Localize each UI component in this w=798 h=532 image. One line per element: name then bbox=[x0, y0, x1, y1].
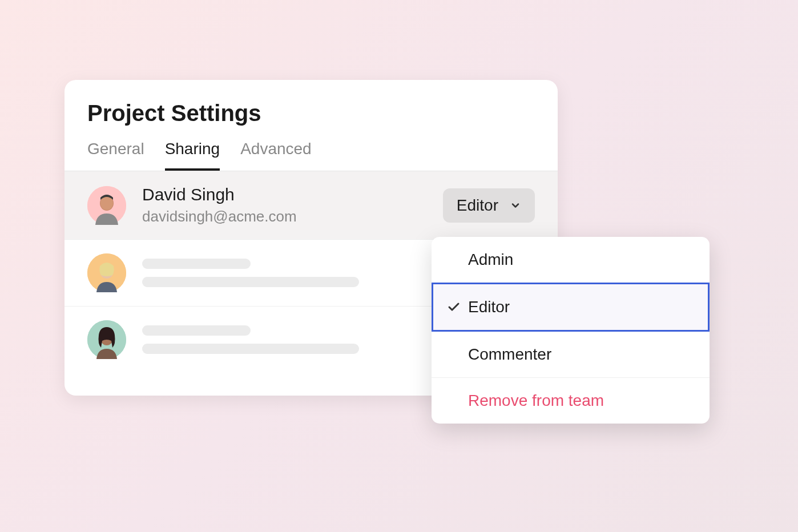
tab-advanced[interactable]: Advanced bbox=[240, 140, 312, 171]
member-email: davidsingh@acme.com bbox=[142, 208, 443, 225]
tabs: General Sharing Advanced bbox=[87, 140, 535, 171]
dropdown-option-label: Admin bbox=[468, 251, 513, 269]
dropdown-option-label: Editor bbox=[468, 298, 510, 316]
svg-point-2 bbox=[100, 196, 113, 210]
page-title: Project Settings bbox=[87, 100, 535, 126]
role-select-label: Editor bbox=[457, 196, 498, 215]
member-name: David Singh bbox=[142, 185, 443, 204]
tab-general[interactable]: General bbox=[87, 140, 144, 171]
chevron-down-icon bbox=[510, 200, 521, 211]
dropdown-option-editor[interactable]: Editor bbox=[432, 283, 710, 332]
dropdown-option-admin[interactable]: Admin bbox=[432, 237, 710, 283]
placeholder-email bbox=[142, 277, 359, 287]
role-dropdown: Admin Editor Commenter Remove from team bbox=[432, 237, 710, 424]
card-header: Project Settings General Sharing Advance… bbox=[65, 80, 558, 171]
member-row: David Singh davidsingh@acme.com Editor bbox=[65, 171, 558, 240]
member-info: David Singh davidsingh@acme.com bbox=[142, 185, 443, 225]
placeholder-name bbox=[142, 325, 251, 336]
placeholder-name bbox=[142, 259, 251, 269]
avatar bbox=[87, 320, 126, 359]
dropdown-remove-label: Remove from team bbox=[468, 392, 604, 410]
avatar bbox=[87, 186, 126, 225]
role-select[interactable]: Editor bbox=[443, 188, 535, 223]
placeholder-email bbox=[142, 344, 359, 354]
dropdown-option-commenter[interactable]: Commenter bbox=[432, 332, 710, 377]
dropdown-remove-from-team[interactable]: Remove from team bbox=[432, 378, 710, 424]
avatar bbox=[87, 253, 126, 292]
check-icon bbox=[447, 300, 461, 314]
tab-sharing[interactable]: Sharing bbox=[165, 140, 220, 171]
dropdown-option-label: Commenter bbox=[468, 345, 551, 364]
